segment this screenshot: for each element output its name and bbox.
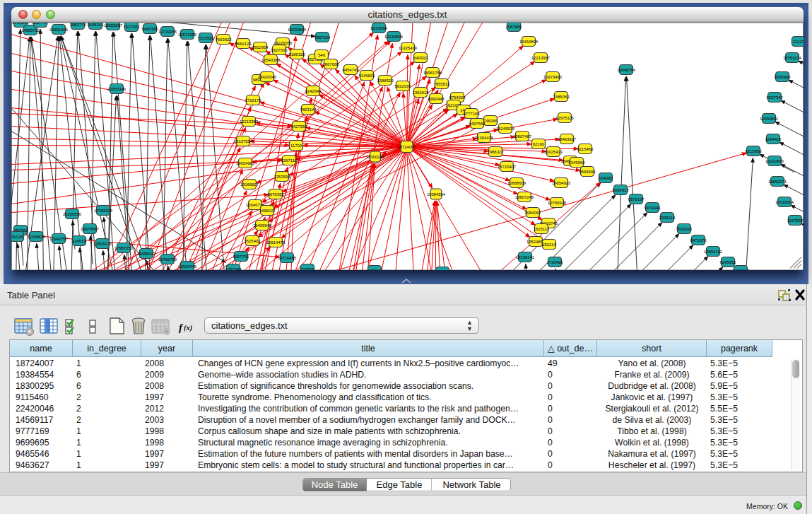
svg-text:20691406: 20691406 <box>49 27 69 31</box>
svg-text:12213383: 12213383 <box>240 119 259 123</box>
svg-text:8795611: 8795611 <box>13 23 29 25</box>
svg-text:5822037: 5822037 <box>395 83 411 88</box>
svg-text:9427552: 9427552 <box>291 124 307 128</box>
svg-text:16154808: 16154808 <box>519 39 539 43</box>
svg-text:7625402: 7625402 <box>245 238 261 243</box>
svg-text:14055712: 14055712 <box>21 28 40 32</box>
svg-text:17957253: 17957253 <box>114 245 134 250</box>
svg-text:19166827: 19166827 <box>240 182 259 186</box>
svg-text:12942757: 12942757 <box>49 236 68 240</box>
svg-text:9327505: 9327505 <box>271 47 288 52</box>
svg-text:10654112: 10654112 <box>704 249 722 253</box>
svg-text:8938913: 8938913 <box>613 187 630 192</box>
svg-text:11127: 11127 <box>793 39 804 43</box>
svg-text:10025433: 10025433 <box>544 149 563 153</box>
svg-text:21364436: 21364436 <box>475 135 494 139</box>
svg-text:7663822: 7663822 <box>216 37 232 41</box>
svg-text:746266: 746266 <box>483 118 498 122</box>
svg-text:10756928: 10756928 <box>548 200 567 204</box>
svg-text:9227342: 9227342 <box>767 95 783 99</box>
svg-text:8660123: 8660123 <box>235 41 252 45</box>
svg-text:114519: 114519 <box>72 238 86 243</box>
svg-text:23226058: 23226058 <box>273 40 293 45</box>
svg-text:7515526: 7515526 <box>198 35 215 40</box>
svg-text:10719155: 10719155 <box>158 29 177 33</box>
svg-text:2867608: 2867608 <box>323 62 340 66</box>
svg-text:17016504: 17016504 <box>775 199 794 204</box>
svg-text:7955812: 7955812 <box>434 81 450 86</box>
svg-text:7986322: 7986322 <box>488 149 504 153</box>
svg-text:9146821: 9146821 <box>359 73 375 77</box>
svg-text:3912954: 3912954 <box>252 45 269 49</box>
svg-text:12505135: 12505135 <box>93 241 112 245</box>
svg-text:39128: 39128 <box>11 234 23 238</box>
svg-text:9637747: 9637747 <box>33 23 49 25</box>
svg-text:16409948: 16409948 <box>253 223 272 227</box>
svg-text:9699695: 9699695 <box>579 169 596 173</box>
svg-text:62160: 62160 <box>533 141 545 146</box>
svg-text:12923448: 12923448 <box>178 264 197 268</box>
svg-text:16782759: 16782759 <box>158 257 177 261</box>
svg-text:2935114: 2935114 <box>659 215 676 219</box>
svg-text:10653267: 10653267 <box>104 23 122 27</box>
svg-text:1244415: 1244415 <box>765 136 782 141</box>
svg-text:3267110: 3267110 <box>281 158 298 162</box>
svg-text:1167533: 1167533 <box>787 218 804 222</box>
svg-text:8186328: 8186328 <box>289 52 306 56</box>
svg-text:1733426: 1733426 <box>547 259 564 264</box>
svg-text:(x): (x) <box>184 324 192 332</box>
svg-text:7857224: 7857224 <box>314 35 331 39</box>
svg-text:19384554: 19384554 <box>427 192 446 196</box>
svg-text:2087682: 2087682 <box>506 24 522 28</box>
svg-text:15720407: 15720407 <box>498 164 516 168</box>
svg-text:5878352: 5878352 <box>268 192 284 196</box>
svg-text:1588520: 1588520 <box>377 78 394 82</box>
svg-text:9115460: 9115460 <box>577 146 594 151</box>
svg-text:6466160: 6466160 <box>142 26 159 30</box>
svg-text:16033809: 16033809 <box>288 27 306 31</box>
svg-text:2718179: 2718179 <box>245 98 261 102</box>
svg-text:11156829: 11156829 <box>27 234 45 238</box>
svg-text:14136141: 14136141 <box>516 255 534 259</box>
svg-text:9084067: 9084067 <box>525 210 541 214</box>
svg-text:11700: 11700 <box>290 143 302 147</box>
svg-text:1362615: 1362615 <box>413 90 430 94</box>
svg-text:18724007: 18724007 <box>397 144 416 148</box>
svg-text:9158201: 9158201 <box>88 23 104 27</box>
svg-text:11325419: 11325419 <box>399 45 417 49</box>
svg-text:1615112: 1615112 <box>534 226 550 230</box>
svg-text:7632621: 7632621 <box>676 226 693 230</box>
svg-text:12975115: 12975115 <box>555 115 574 119</box>
svg-text:9777169: 9777169 <box>464 111 480 115</box>
svg-text:f: f <box>179 322 184 333</box>
svg-text:9657791: 9657791 <box>233 254 249 258</box>
svg-text:6497568: 6497568 <box>469 121 486 125</box>
svg-text:16914479: 16914479 <box>266 240 285 244</box>
svg-text:16210643: 16210643 <box>765 158 784 163</box>
svg-text:10973493: 10973493 <box>543 74 563 78</box>
svg-text:6379197: 6379197 <box>628 197 645 201</box>
svg-text:9245652: 9245652 <box>720 259 736 264</box>
svg-text:8215958: 8215958 <box>746 148 763 153</box>
svg-text:8454749: 8454749 <box>343 67 359 71</box>
svg-text:19654983: 19654983 <box>236 160 255 165</box>
svg-text:19975867: 19975867 <box>81 226 99 230</box>
svg-text:1353594: 1353594 <box>274 174 291 178</box>
svg-text:16107554: 16107554 <box>234 139 253 143</box>
svg-text:104551: 104551 <box>435 269 449 270</box>
svg-text:13716485: 13716485 <box>278 255 297 259</box>
svg-text:19654923: 19654923 <box>552 180 571 185</box>
svg-text:1292344: 1292344 <box>225 267 242 270</box>
svg-text:18463627: 18463627 <box>558 136 576 141</box>
svg-text:9450612: 9450612 <box>733 268 749 270</box>
svg-text:9329966: 9329966 <box>775 74 792 78</box>
svg-text:12093832: 12093832 <box>760 116 778 120</box>
svg-text:23420046: 23420046 <box>258 74 277 78</box>
svg-text:7803144: 7803144 <box>300 107 317 111</box>
svg-text:7485063: 7485063 <box>553 94 570 98</box>
svg-text:17359924: 17359924 <box>94 208 113 212</box>
svg-text:10543382: 10543382 <box>261 57 280 62</box>
svg-text:2349564: 2349564 <box>569 160 586 164</box>
svg-text:9242848: 9242848 <box>305 88 322 93</box>
svg-text:20053346: 20053346 <box>107 86 126 90</box>
